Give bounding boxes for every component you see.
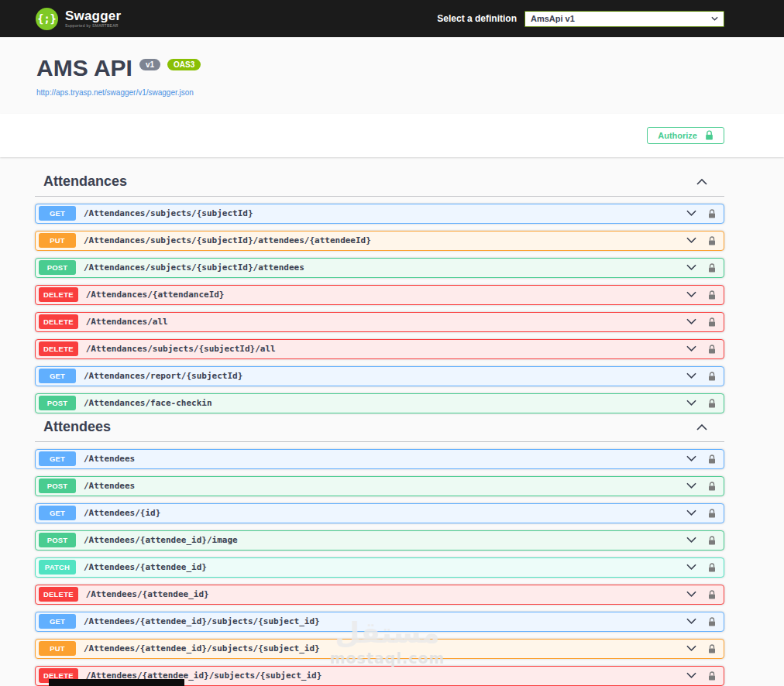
lock-icon[interactable] <box>708 617 716 626</box>
operation-path: /Attendees/{attendee_id}/subjects/{subje… <box>84 616 320 626</box>
chevron-down-icon <box>686 564 696 571</box>
lock-icon[interactable] <box>708 536 716 545</box>
operation-path: /Attendees/{attendee_id}/subjects/{subje… <box>84 643 320 653</box>
brand-title: Swagger <box>65 9 121 22</box>
operation-path: /Attendees <box>84 454 135 464</box>
topbar: {;} Swagger Supported by SMARTBEAR Selec… <box>0 0 784 37</box>
operations-area: Attendances GET /Attendances/subjects/{s… <box>35 157 724 686</box>
chevron-down-icon <box>686 537 696 544</box>
operation-row[interactable]: GET /Attendees <box>35 449 724 469</box>
chevron-down-icon <box>686 509 696 516</box>
chevron-down-icon <box>686 237 696 244</box>
operation-row[interactable]: DELETE /Attendances/subjects/{subjectId}… <box>35 339 724 359</box>
operation-list: GET /Attendees POST /Attendees <box>35 449 724 686</box>
chevron-down-icon <box>686 672 696 679</box>
method-badge: PUT <box>39 641 76 656</box>
swagger-logo-icon: {;} <box>35 7 59 31</box>
lock-icon[interactable] <box>708 372 716 381</box>
lock-icon[interactable] <box>708 236 716 245</box>
chevron-down-icon <box>686 264 696 271</box>
operation-row[interactable]: POST /Attendances/face-checkin <box>35 393 724 413</box>
section-header[interactable]: Attendances <box>35 168 724 197</box>
section-header[interactable]: Attendees <box>35 413 724 442</box>
operation-list: GET /Attendances/subjects/{subjectId} PU… <box>35 204 724 413</box>
lock-icon[interactable] <box>708 263 716 273</box>
operation-row[interactable]: DELETE /Attendances/{attendanceId} <box>35 285 724 305</box>
api-section: Attendances GET /Attendances/subjects/{s… <box>35 168 724 413</box>
operation-row[interactable]: PUT /Attendances/subjects/{subjectId}/at… <box>35 231 724 251</box>
method-badge: POST <box>39 533 76 547</box>
operation-row[interactable]: GET /Attendances/subjects/{subjectId} <box>35 204 724 224</box>
select-chevron-down-icon <box>711 16 718 21</box>
swagger-brand-link[interactable]: {;} Swagger Supported by SMARTBEAR <box>35 7 121 31</box>
operation-row[interactable]: GET /Attendees/{id} <box>35 503 724 523</box>
operation-row[interactable]: DELETE /Attendances/all <box>35 312 724 332</box>
method-badge: GET <box>39 506 76 520</box>
operation-path: /Attendances/face-checkin <box>84 398 212 408</box>
method-badge: PUT <box>39 233 76 248</box>
chevron-down-icon <box>686 372 696 379</box>
lock-icon[interactable] <box>708 345 716 354</box>
page-title: AMS API <box>36 56 132 81</box>
api-info: AMS API v1 OAS3 http://aps.tryasp.net/sw… <box>35 37 724 114</box>
operation-path: /Attendees/{attendee_id}/image <box>84 535 238 545</box>
operation-row[interactable]: PATCH /Attendees/{attendee_id} <box>35 557 724 578</box>
operation-path: /Attendances/report/{subjectId} <box>84 371 242 381</box>
chevron-down-icon <box>686 210 696 217</box>
operation-row[interactable]: PUT /Attendees/{attendee_id}/subjects/{s… <box>35 639 724 659</box>
lock-icon[interactable] <box>708 317 716 327</box>
operation-path: /Attendances/all <box>86 317 168 327</box>
operation-row[interactable]: DELETE /Attendees/{attendee_id} <box>35 585 724 605</box>
method-badge: DELETE <box>39 587 78 602</box>
authorize-button[interactable]: Authorize <box>647 127 724 144</box>
api-section: Attendees GET /Attendees POST / <box>35 413 724 686</box>
operation-path: /Attendances/subjects/{subjectId} <box>84 208 253 218</box>
oas3-badge: OAS3 <box>167 59 201 70</box>
spec-url-link[interactable]: http://aps.tryasp.net/swagger/v1/swagger… <box>36 88 194 97</box>
chevron-down-icon <box>686 318 696 325</box>
lock-icon[interactable] <box>708 671 716 681</box>
method-badge: GET <box>39 451 76 466</box>
definition-form: Select a definition AmsApi v1 <box>437 11 724 27</box>
lock-icon[interactable] <box>708 482 716 491</box>
lock-icon[interactable] <box>708 454 716 464</box>
method-badge: GET <box>39 369 76 383</box>
authorize-button-label: Authorize <box>658 131 697 140</box>
lock-icon[interactable] <box>708 590 716 599</box>
brand-text: Swagger Supported by SMARTBEAR <box>65 9 121 28</box>
api-title-row: AMS API v1 OAS3 <box>36 56 724 81</box>
operation-path: /Attendees/{id} <box>84 508 160 518</box>
lock-icon[interactable] <box>708 399 716 408</box>
operation-path: /Attendances/subjects/{subjectId}/attend… <box>84 262 304 273</box>
method-badge: POST <box>39 478 76 493</box>
select-definition-label: Select a definition <box>437 13 517 24</box>
operation-row[interactable]: GET /Attendances/report/{subjectId} <box>35 366 724 386</box>
status-bar-fragment <box>49 679 184 686</box>
definition-select[interactable]: AmsApi v1 <box>524 11 724 27</box>
operation-path: /Attendees/{attendee_id} <box>84 562 207 572</box>
chevron-down-icon <box>686 455 696 462</box>
lock-icon[interactable] <box>708 509 716 518</box>
operation-row[interactable]: POST /Attendees <box>35 476 724 496</box>
chevron-down-icon <box>686 618 696 625</box>
method-badge: GET <box>39 206 76 221</box>
version-badge: v1 <box>139 59 160 70</box>
chevron-up-icon <box>696 178 707 185</box>
operation-path: /Attendees <box>84 481 135 491</box>
method-badge: DELETE <box>39 287 78 302</box>
lock-icon[interactable] <box>708 563 716 572</box>
operation-path: /Attendees/{attendee_id} <box>86 589 209 599</box>
chevron-down-icon <box>686 591 696 598</box>
section-title: Attendees <box>43 419 111 435</box>
method-badge: DELETE <box>39 314 78 329</box>
operation-row[interactable]: POST /Attendees/{attendee_id}/image <box>35 530 724 551</box>
lock-icon[interactable] <box>708 209 716 218</box>
operation-path: /Attendances/subjects/{subjectId}/all <box>86 344 276 354</box>
operation-row[interactable]: POST /Attendances/subjects/{subjectId}/a… <box>35 258 724 278</box>
lock-icon[interactable] <box>708 290 716 300</box>
operation-row[interactable]: GET /Attendees/{attendee_id}/subjects/{s… <box>35 612 724 632</box>
chevron-down-icon <box>686 345 696 352</box>
operation-path: /Attendances/{attendanceId} <box>86 290 225 300</box>
lock-icon[interactable] <box>708 644 716 653</box>
method-badge: POST <box>39 260 76 275</box>
